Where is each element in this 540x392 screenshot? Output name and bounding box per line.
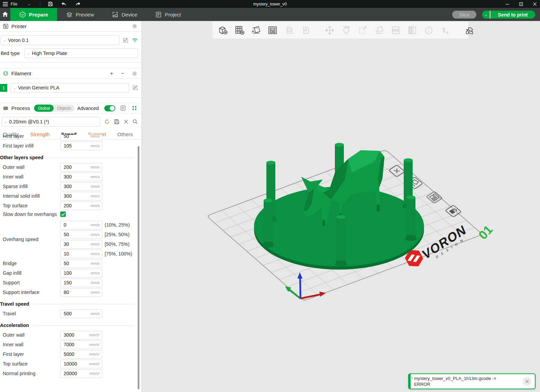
assembly-view-icon[interactable] (464, 25, 475, 35)
redo-icon[interactable] (75, 2, 81, 7)
split-icon[interactable] (391, 25, 401, 35)
process-compare-icon[interactable] (131, 105, 137, 111)
toast-close-icon[interactable] (522, 377, 532, 386)
setting-row: Inner wall7000mm/s² (0, 340, 137, 349)
setting-input[interactable]: 30mm/s (60, 240, 102, 249)
setting-input[interactable]: 105mm/s (60, 142, 102, 150)
setting-row: Travel500mm/s (0, 309, 137, 318)
minimize-button[interactable] (505, 2, 510, 7)
edit-printer-icon[interactable] (123, 37, 128, 43)
scope-global[interactable]: Global (34, 105, 54, 112)
paste-icon[interactable] (300, 25, 311, 35)
delete-preset-icon[interactable] (124, 119, 128, 124)
plate-lock-icon[interactable] (445, 205, 461, 217)
setting-row: Inner wall300mm/s (0, 172, 137, 182)
printer-section-header: Printer (0, 21, 141, 32)
setting-row: Sparse infill300mm/s (0, 182, 137, 191)
divider (40, 1, 40, 7)
process-scope-toggle[interactable]: Global Objects (34, 105, 74, 112)
setting-input[interactable]: 10000mm/s² (60, 360, 102, 368)
close-button[interactable] (532, 2, 537, 7)
build-plate-scene[interactable]: VORON D E S I G N 01 (142, 21, 540, 392)
setting-input[interactable]: 150mm/s (60, 279, 102, 287)
file-menu[interactable]: File (11, 2, 17, 7)
scope-objects[interactable]: Objects (54, 106, 75, 111)
arrange-icon[interactable] (267, 25, 278, 35)
filament-settings-gear-icon[interactable] (132, 71, 137, 76)
setting-input[interactable]: 3000mm/s² (60, 331, 102, 339)
plate-delete-icon[interactable] (389, 165, 405, 177)
move-icon[interactable] (325, 25, 335, 35)
tab-device[interactable]: Device (103, 8, 146, 21)
setting-input[interactable]: 200mm/s (60, 202, 102, 210)
remove-filament-icon[interactable]: − (121, 70, 124, 77)
setting-input[interactable]: 50mm/s (60, 135, 102, 141)
mesh-boolean-icon[interactable] (424, 25, 434, 35)
setting-input[interactable]: 50mm/s (60, 259, 102, 268)
add-filament-icon[interactable]: + (110, 70, 113, 77)
advanced-toggle[interactable] (104, 105, 115, 111)
setting-input[interactable]: 300mm/s (60, 182, 102, 191)
add-plate-icon[interactable] (234, 25, 245, 35)
title-bar: File ⌄ mystery_tower_v0 (0, 0, 540, 8)
setting-input[interactable]: 7000mm/s² (60, 340, 102, 349)
send-options-chevron-icon[interactable]: ⌄ (482, 11, 490, 19)
chevron-down-icon: ⌄ (13, 86, 16, 90)
tab-prepare[interactable]: Prepare (10, 8, 57, 21)
app-window: File ⌄ mystery_tower_v0 (0, 0, 540, 392)
file-menu-chevron-icon[interactable]: ⌄ (28, 2, 31, 6)
toast-line2: ERROR (414, 381, 522, 387)
wifi-connection-icon[interactable] (132, 38, 138, 43)
bed-type-select[interactable]: ⌄ High Temp Plate (24, 48, 138, 58)
edit-filament-icon[interactable] (133, 85, 138, 90)
section-header: Travel speed (0, 301, 137, 307)
scale-icon[interactable] (358, 25, 368, 35)
lay-on-face-icon[interactable] (374, 25, 384, 35)
tab-preview[interactable]: Preview (57, 8, 103, 21)
setting-input[interactable]: 200mm/s (60, 163, 102, 172)
auto-orient-icon[interactable]: AUTO (251, 25, 261, 35)
send-to-print-button[interactable]: Send to print (490, 11, 535, 19)
parameter-list-icon[interactable] (120, 105, 126, 111)
main-menu-icon[interactable] (3, 2, 8, 6)
viewport-toolbar: AUTO (212, 22, 468, 39)
setting-row: Outer wall3000mm/s² (0, 330, 137, 340)
tab-project[interactable]: Project (146, 8, 190, 21)
text-tool-icon[interactable]: Ta (440, 25, 451, 35)
setting-input[interactable]: 300mm/s (60, 173, 102, 181)
setting-row: Bridge50mm/s (0, 259, 137, 268)
viewport-3d[interactable]: VORON D E S I G N 01 (142, 21, 540, 392)
section-header: Acceleration (0, 323, 137, 328)
process-preset-select[interactable]: ⌄ 0.20mm @V0.1 (*) (2, 117, 100, 127)
chevron-down-icon: ⌄ (27, 52, 30, 55)
setting-input[interactable]: 500mm/s (60, 309, 102, 318)
setting-input[interactable]: 300mm/s (60, 192, 102, 200)
settings-scrollbar[interactable] (138, 146, 139, 389)
setting-input[interactable]: 0mm/s (60, 221, 102, 229)
setting-input[interactable]: 20000mm/s² (60, 369, 102, 378)
search-preset-icon[interactable] (133, 119, 138, 124)
setting-input[interactable]: 100mm/s (60, 269, 102, 277)
variable-layer-height-icon[interactable] (407, 25, 417, 35)
setting-input[interactable]: 80mm/s (60, 288, 102, 297)
setting-input[interactable]: 10mm/s (60, 250, 102, 258)
undo-icon[interactable] (61, 2, 67, 7)
home-button[interactable] (0, 8, 10, 21)
save-icon[interactable] (48, 1, 53, 7)
printer-settings-gear-icon[interactable] (132, 23, 137, 29)
checkbox-checked[interactable] (60, 211, 66, 217)
setting-input[interactable]: 5000mm/s² (60, 350, 102, 359)
setting-input[interactable]: 50mm/s (60, 230, 102, 239)
save-preset-icon[interactable] (114, 119, 119, 124)
reset-preset-icon[interactable] (104, 119, 110, 124)
printer-select[interactable]: ⌄ Voron 0.1 (1, 35, 119, 45)
slice-button[interactable]: Slice (452, 11, 476, 19)
copy-icon[interactable] (284, 25, 294, 35)
add-object-icon[interactable] (218, 25, 228, 35)
maximize-button[interactable] (519, 2, 523, 7)
filament-select[interactable]: ⌄ Voron Generic PLA (11, 83, 129, 92)
filament-slot-badge[interactable]: 1 (0, 84, 7, 92)
rotate-icon[interactable] (341, 25, 351, 35)
toast-line1: mystery_tower_v0_PLA_1h13m.gcode -> (414, 375, 522, 381)
setting-row: Support interface80mm/s (0, 287, 137, 297)
